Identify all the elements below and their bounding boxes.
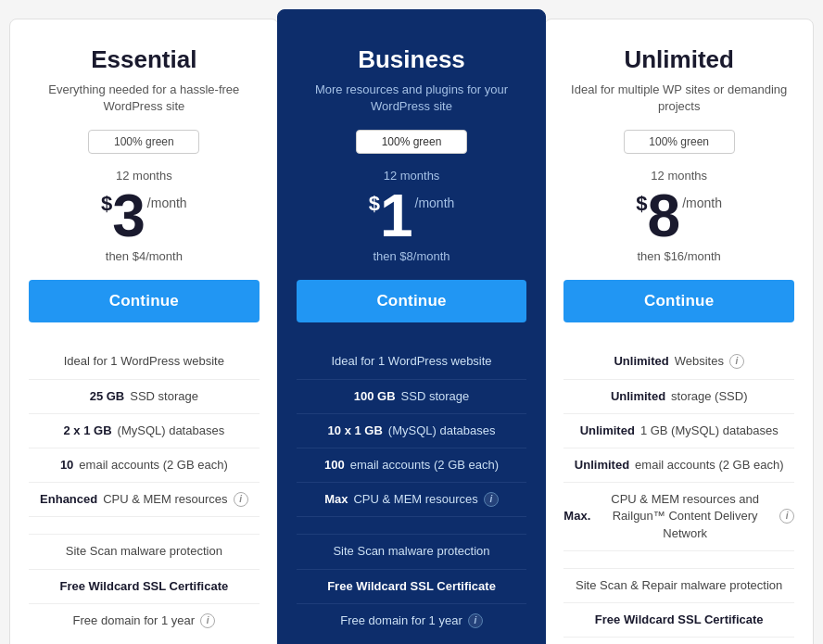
business-price-period: /month [415, 196, 455, 210]
business-billing-period: 12 months [297, 169, 527, 183]
unlimited-feature-3-bold: Unlimited [575, 457, 629, 474]
business-price-symbol: $ [369, 192, 380, 216]
business-feature-7-bold: Free Wildcard SSL Certificate [327, 578, 496, 595]
unlimited-feature-spacer [563, 551, 794, 569]
essential-price-period: /month [147, 196, 187, 210]
unlimited-features-list: Unlimited WebsitesiUnlimited storage (SS… [563, 345, 794, 644]
essential-price-amount: 3 [112, 186, 146, 246]
unlimited-feature-0: Unlimited Websitesi [563, 345, 794, 379]
unlimited-continue-button[interactable]: Continue [563, 280, 794, 322]
business-price-amount: 1 [380, 186, 413, 246]
essential-feature-8: Free domain for 1 yeari [29, 604, 260, 638]
unlimited-feature-4: Max. CPU & MEM resources and Railgun™ Co… [563, 483, 794, 551]
unlimited-feature-1-bold: Unlimited [611, 388, 665, 405]
unlimited-price-period: /month [682, 196, 722, 210]
business-feature-7: Free Wildcard SSL Certificate [297, 570, 527, 604]
business-feature-3-bold: 100 [324, 457, 345, 474]
business-feature-1: 100 GB SSD storage [297, 380, 527, 414]
unlimited-subtitle: Ideal for multiple WP sites or demanding… [563, 82, 794, 115]
essential-feature-3-bold: 10 [60, 457, 73, 474]
unlimited-green-badge: 100% green [624, 130, 735, 154]
unlimited-feature-0-info-icon[interactable]: i [729, 354, 744, 369]
business-feature-8: Free domain for 1 yeari [297, 604, 527, 638]
essential-feature-4: Enhanced CPU & MEM resourcesi [29, 483, 260, 517]
business-price-then: then $8/month [297, 249, 527, 263]
business-features-list: Ideal for 1 WordPress website100 GB SSD … [297, 345, 527, 644]
business-feature-6: Site Scan malware protection [297, 535, 527, 569]
plan-unlimited: UnlimitedIdeal for multiple WP sites or … [544, 19, 814, 644]
business-feature-0: Ideal for 1 WordPress website [297, 345, 527, 379]
essential-price-row: $3/month [29, 186, 260, 246]
plan-business: BusinessMore resources and plugins for y… [277, 9, 547, 644]
business-feature-2-bold: 10 x 1 GB [328, 423, 383, 439]
business-subtitle: More resources and plugins for your Word… [297, 82, 527, 115]
business-feature-8-info-icon[interactable]: i [468, 613, 483, 628]
business-feature-spacer [297, 517, 527, 535]
essential-features-list: Ideal for 1 WordPress website25 GB SSD s… [29, 345, 260, 644]
essential-feature-8-info-icon[interactable]: i [200, 613, 215, 628]
unlimited-price-amount: 8 [648, 186, 681, 246]
unlimited-feature-1: Unlimited storage (SSD) [563, 380, 794, 414]
essential-feature-4-info-icon[interactable]: i [234, 492, 248, 507]
essential-billing-period: 12 months [29, 169, 260, 183]
essential-feature-7: Free Wildcard SSL Certificate [29, 570, 260, 604]
business-feature-4: Max CPU & MEM resourcesi [297, 483, 527, 517]
unlimited-billing-period: 12 months [563, 169, 794, 183]
essential-feature-2-bold: 2 x 1 GB [64, 423, 112, 439]
unlimited-feature-4-bold: Max. [563, 508, 590, 524]
essential-feature-6: Site Scan malware protection [29, 535, 260, 569]
unlimited-price-symbol: $ [636, 192, 647, 216]
business-title: Business [297, 45, 527, 74]
business-feature-4-bold: Max [324, 491, 348, 508]
essential-feature-7-bold: Free Wildcard SSL Certificate [59, 578, 228, 595]
pricing-container: EssentialEverything needed for a hassle-… [9, 19, 814, 644]
essential-feature-0: Ideal for 1 WordPress website [29, 345, 260, 379]
business-continue-button[interactable]: Continue [297, 280, 527, 322]
unlimited-feature-4-info-icon[interactable]: i [779, 509, 794, 524]
essential-feature-4-bold: Enhanced [40, 491, 97, 508]
unlimited-title: Unlimited [563, 45, 794, 74]
business-price-row: $1/month [297, 186, 527, 246]
unlimited-price-then: then $16/month [563, 249, 794, 263]
unlimited-feature-6: Site Scan & Repair malware protection [563, 569, 794, 603]
unlimited-price-row: $8/month [563, 186, 794, 246]
business-feature-1-bold: 100 GB [354, 388, 396, 405]
essential-feature-spacer [29, 517, 260, 535]
business-feature-3: 100 email accounts (2 GB each) [297, 448, 527, 483]
unlimited-feature-0-bold: Unlimited [614, 353, 668, 370]
unlimited-feature-7-bold: Free Wildcard SSL Certificate [595, 612, 764, 628]
essential-price-then: then $4/month [29, 249, 260, 263]
essential-feature-3: 10 email accounts (2 GB each) [29, 448, 260, 483]
business-feature-2: 10 x 1 GB (MySQL) databases [297, 414, 527, 448]
business-green-badge: 100% green [356, 130, 467, 154]
essential-green-badge: 100% green [88, 130, 199, 154]
essential-feature-2: 2 x 1 GB (MySQL) databases [29, 414, 260, 448]
unlimited-feature-2: Unlimited 1 GB (MySQL) databases [563, 414, 794, 448]
essential-subtitle: Everything needed for a hassle-free Word… [29, 82, 260, 115]
essential-feature-1: 25 GB SSD storage [29, 380, 260, 414]
unlimited-feature-8: Free domain for 1 yeari [563, 638, 794, 644]
essential-feature-1-bold: 25 GB [90, 388, 125, 405]
business-feature-4-info-icon[interactable]: i [484, 492, 499, 507]
essential-title: Essential [29, 45, 260, 74]
unlimited-feature-2-bold: Unlimited [580, 423, 635, 439]
unlimited-feature-3: Unlimited email accounts (2 GB each) [563, 448, 794, 483]
unlimited-feature-7: Free Wildcard SSL Certificate [563, 603, 794, 638]
essential-continue-button[interactable]: Continue [29, 280, 260, 322]
essential-price-symbol: $ [101, 192, 112, 216]
plan-essential: EssentialEverything needed for a hassle-… [9, 19, 279, 644]
